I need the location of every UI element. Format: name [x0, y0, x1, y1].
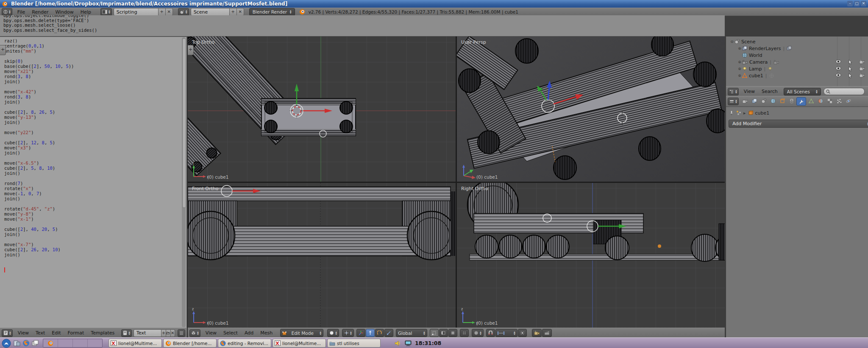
texteditor-menu-view[interactable]: View [14, 328, 32, 337]
code-line[interactable]: join() [0, 79, 186, 84]
texteditor-menu-edit[interactable]: Edit [48, 328, 64, 337]
transform-orientation-select[interactable]: Global▲▼ [396, 329, 427, 337]
scene-icon-button[interactable]: ▲▼ [178, 8, 189, 16]
text-editor[interactable]: raz()centrage(0,0,1)unites("mm")skip(0)b… [0, 37, 186, 328]
texteditor-menu-format[interactable]: Format [64, 328, 88, 337]
outliner-item-world[interactable]: World [726, 52, 868, 59]
add-modifier-select[interactable]: Add Modifier▲▼ [729, 120, 868, 128]
properties-tab-object-data[interactable] [807, 97, 815, 105]
expander-icon[interactable]: ⊖ [729, 39, 734, 44]
viewport-top[interactable]: + Top Ortho (0) cube1 xy [188, 36, 456, 182]
code-line[interactable]: skip(0) [0, 59, 186, 64]
pointer-icon[interactable] [848, 66, 852, 72]
outliner-menu-view[interactable]: View [740, 87, 758, 96]
taskbar-window-5[interactable]: stl utilises [327, 339, 381, 348]
texteditor-menu-text[interactable]: Text [32, 328, 48, 337]
code-line[interactable]: cube([2], 12, 8, 5) [0, 140, 186, 145]
pointer-icon[interactable] [848, 73, 852, 79]
code-line[interactable]: join() [0, 99, 186, 104]
code-line[interactable]: join() [0, 171, 186, 176]
open-text-button[interactable]: 🗁 [166, 329, 171, 337]
code-line[interactable]: centrage(0,0,1) [0, 43, 186, 48]
edge-select-button[interactable] [439, 329, 448, 337]
code-line[interactable] [0, 176, 186, 181]
outliner-editor-type-button[interactable]: ▲▼ [728, 88, 739, 95]
code-line[interactable]: cube([2], 8, 26, 5) [0, 109, 186, 115]
editor-type-button[interactable]: ▲▼ [2, 8, 12, 16]
close-button[interactable]: ✕ [861, 1, 866, 6]
workspace-4[interactable] [88, 339, 102, 347]
expander-icon[interactable]: ⊕ [737, 46, 742, 51]
outliner[interactable]: ⊖ Scene ⊕ RenderLayers | World ⊕ Camera … [726, 36, 868, 86]
code-line[interactable]: move(-1, 0, 7) [0, 191, 186, 196]
render-engine-select[interactable]: Blender Render▲▼ [249, 8, 295, 16]
code-line[interactable]: move("x-6.5") [0, 160, 186, 166]
properties-tab-world[interactable] [768, 97, 777, 105]
render-restrict-icon[interactable] [859, 59, 865, 65]
workspace-1[interactable] [43, 339, 58, 347]
network-monitor-icon[interactable] [405, 340, 412, 346]
snap-element-select[interactable]: ▲▼ [495, 329, 517, 337]
line-numbers-toggle[interactable] [178, 329, 185, 337]
code-line[interactable] [0, 135, 186, 140]
code-line[interactable]: base(cube([2], 50, 10, 5)) [0, 64, 186, 69]
code-line[interactable]: rond(3, 8) [0, 74, 186, 79]
workspace-3[interactable] [73, 339, 88, 347]
code-line[interactable]: move("x-7") [0, 242, 186, 247]
view3d-menu-select[interactable]: Select [220, 328, 241, 337]
manipulator-translate-button[interactable] [366, 329, 375, 337]
code-line[interactable] [0, 262, 186, 267]
vertex-select-button[interactable] [430, 329, 439, 337]
snap-toggle-button[interactable] [486, 329, 495, 337]
view3d-editor-type-button[interactable]: ▲▼ [189, 329, 200, 337]
code-line[interactable]: move("x-1") [0, 216, 186, 222]
code-line[interactable]: rond(7) [0, 181, 186, 186]
new-text-button[interactable]: + [161, 329, 166, 337]
outliner-filter-select[interactable]: All Scenes▲▼ [784, 88, 821, 95]
taskbar-window-3[interactable]: editing - Removi... [218, 339, 271, 348]
text-editor-properties-tab[interactable]: + [0, 45, 6, 55]
view3d-menu-add[interactable]: Add [241, 328, 257, 337]
manipulator-toggle-button[interactable] [356, 329, 365, 337]
screen-layout-field[interactable]: Scripting [114, 8, 159, 16]
code-line[interactable]: unites("mm") [0, 48, 186, 53]
workspace-2[interactable] [58, 339, 73, 347]
pivot-point-select[interactable]: ▲▼ [342, 329, 354, 337]
volume-icon[interactable] [395, 340, 401, 346]
add-layout-button[interactable]: + [159, 8, 166, 16]
expander-icon[interactable]: ⊕ [737, 73, 742, 78]
properties-tab-texture[interactable] [825, 97, 834, 105]
properties-tab-render-layers[interactable] [750, 97, 759, 105]
code-line[interactable] [0, 155, 186, 160]
expander-icon[interactable]: ⊕ [737, 67, 742, 71]
code-line[interactable] [0, 201, 186, 206]
outliner-item-lamp[interactable]: ⊕ Lamp | [726, 65, 868, 72]
code-line[interactable]: rond(3, 8) [0, 94, 186, 99]
code-line[interactable]: join() [0, 120, 186, 125]
code-line[interactable] [0, 104, 186, 109]
code-line[interactable]: move("x-42") [0, 89, 186, 94]
info-report-area[interactable]: bpy.ops.object.editmode_toggle()bpy.ops.… [0, 15, 725, 37]
texteditor-menu-templates[interactable]: Templates [87, 328, 118, 337]
outliner-item-camera[interactable]: ⊕ Camera | [726, 59, 868, 65]
view3d-menu-view[interactable]: View [202, 328, 220, 337]
render-opengl-still-button[interactable] [532, 329, 542, 337]
viewport-front[interactable]: Front Ortho (0) cube1 xz [188, 183, 456, 328]
code-line[interactable] [0, 222, 186, 227]
code-line[interactable] [0, 237, 186, 242]
code-line[interactable]: join() [0, 150, 186, 155]
code-line[interactable]: move("x3") [0, 145, 186, 150]
properties-tab-material[interactable] [816, 97, 825, 105]
code-line[interactable]: rotate("d-45", "z") [0, 206, 186, 211]
code-line[interactable] [0, 257, 186, 262]
face-select-button[interactable] [448, 329, 457, 337]
title-bar[interactable]: Blender [/home/lionel/Dropbox/Imprimante… [0, 0, 868, 8]
viewport-right[interactable]: Right Ortho (0) cube1 yz [457, 183, 725, 328]
code-line[interactable]: cube([2], 5, 8, 10) [0, 166, 186, 171]
viewport-shading-select[interactable]: ▲▼ [327, 329, 339, 337]
close-scene-button[interactable]: ✕ [237, 8, 244, 16]
code-line[interactable]: move("x21") [0, 69, 186, 74]
viewport-properties-tab[interactable]: + [188, 45, 194, 55]
workspace-pager[interactable] [43, 339, 103, 348]
properties-tab-constraints[interactable] [787, 97, 796, 105]
